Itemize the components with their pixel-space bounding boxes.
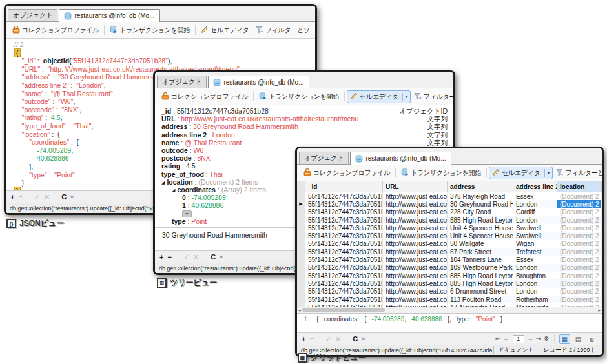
collection-profile-button[interactable]: コレクションプロファイル: [300, 167, 393, 179]
cell-editor-button[interactable]: セルエディタ: [198, 24, 252, 37]
grid-cell[interactable]: 376 Rayleigh Road: [448, 192, 513, 200]
row-selector-cell[interactable]: [297, 208, 305, 216]
collection-profile-button[interactable]: コレクションプロファイル: [9, 24, 102, 37]
stop-button[interactable]: ■: [70, 192, 74, 202]
commit-button[interactable]: ✓: [325, 334, 331, 344]
table-row[interactable]: ▶55f14312c7447c3da7051b28http://www.just…: [297, 200, 602, 208]
grid-cell[interactable]: 55f14312c7447c3da7051b2f: [305, 224, 383, 232]
grid-cell[interactable]: (Document) 2 Fields: [557, 264, 602, 272]
table-row[interactable]: 55f14312c7447c3da7051b2bhttp://www.just-…: [297, 296, 602, 303]
grid-cell[interactable]: London: [513, 216, 557, 224]
stop-button[interactable]: ■: [362, 334, 365, 344]
grid-cell[interactable]: 55f14312c7447c3da7051b2c: [305, 279, 383, 287]
row-selector-cell[interactable]: [297, 232, 305, 239]
code-view-button[interactable]: {}: [586, 334, 597, 344]
grid-cell[interactable]: London: [513, 279, 557, 287]
refresh-button[interactable]: C: [61, 192, 67, 202]
cancel-button[interactable]: ✕: [193, 252, 199, 262]
grid-cell[interactable]: 67 Park Street: [448, 248, 513, 256]
grid-cell[interactable]: London: [513, 264, 557, 272]
commit-button[interactable]: ✓: [183, 252, 189, 262]
grid-cell[interactable]: http://www.just-eat.co.uk/r: [383, 272, 448, 279]
grid-cell[interactable]: (Document) 2 Fields: [557, 288, 602, 296]
grid-cell[interactable]: 55f14312c7447c3da7051b30: [305, 232, 383, 239]
collection-profile-button[interactable]: コレクションプロファイル: [158, 90, 251, 103]
add-record-button[interactable]: +: [159, 252, 163, 262]
row-selector-cell[interactable]: [297, 248, 305, 256]
grid-cell[interactable]: 885 High Road Leytonstone: [448, 279, 513, 287]
grid-cell[interactable]: (Document) 2 Fields: [557, 224, 602, 232]
grid-cell[interactable]: 6 Drummond Street: [448, 288, 513, 296]
row-selector-cell[interactable]: [297, 224, 305, 232]
grid-cell[interactable]: http://www.just-eat.co.uk/r: [383, 232, 448, 239]
grid-cell[interactable]: http://www.just-eat.co.uk/r: [383, 208, 448, 216]
grid-cell[interactable]: 113 Poulton Road: [448, 296, 513, 303]
row-selector-cell[interactable]: [297, 256, 305, 263]
column-header-address-line-2[interactable]: address line 2: [513, 181, 557, 192]
grid-cell[interactable]: 55f14312c7447c3da7051b2d: [305, 288, 383, 296]
row-selector-cell[interactable]: [297, 240, 305, 248]
grid-cell[interactable]: Treforest: [513, 248, 557, 256]
refresh-button[interactable]: C: [211, 252, 216, 262]
cancel-button[interactable]: ✕: [44, 192, 50, 202]
settings-gear-icon[interactable]: ⚙: [544, 334, 550, 343]
add-record-button[interactable]: +: [10, 192, 14, 202]
grid-cell[interactable]: 30 Greyhound Road Hamm: [448, 200, 513, 208]
tab-object[interactable]: オブジェクト: [157, 76, 207, 88]
last-page-button[interactable]: ⇥: [536, 334, 541, 343]
grid-cell[interactable]: http://www.just-eat.co.uk/r: [383, 256, 448, 263]
row-selector-cell[interactable]: [297, 279, 305, 287]
prev-page-button[interactable]: ←: [504, 334, 510, 343]
grid-cell[interactable]: 104 Tanners Lane: [448, 256, 513, 263]
cancel-button[interactable]: ✕: [335, 334, 341, 344]
tree-row[interactable]: address line 2 : London文字列: [155, 131, 453, 139]
grid-cell[interactable]: (Document) 2 Fields: [557, 296, 602, 303]
grid-cell[interactable]: (Document) 2 Fields: [557, 256, 602, 263]
grid-cell[interactable]: 885 High Road Leytonstone: [448, 272, 513, 279]
cell-editor-button[interactable]: セルエディタ ▾: [347, 90, 411, 103]
grid-cell[interactable]: Cardiff: [513, 208, 557, 216]
grid-cell[interactable]: 55f14312c7447c3da7051b33: [305, 256, 383, 263]
grid-cell[interactable]: http://www.just-eat.co.uk/r: [383, 200, 448, 208]
grid-cell[interactable]: http://www.just-eat.co.uk/r: [383, 192, 448, 200]
grid-cell[interactable]: London: [513, 200, 557, 208]
row-selector-cell[interactable]: [297, 216, 305, 224]
row-selector-cell[interactable]: [297, 296, 305, 303]
table-row[interactable]: 55f14312c7447c3da7051b33http://www.just-…: [297, 256, 602, 263]
refresh-button[interactable]: C: [353, 334, 358, 344]
row-selector-cell[interactable]: ▶: [297, 200, 305, 208]
filter-sort-button[interactable]: フィルターとソート: [252, 24, 315, 37]
grid-cell[interactable]: 55f14312c7447c3da7051b2a: [305, 272, 383, 279]
grid-cell[interactable]: http://www.just-eat.co.uk/r: [383, 264, 448, 272]
grid-cell[interactable]: Wigan: [513, 240, 557, 248]
grid-cell[interactable]: (Document) 2 Fields: [557, 192, 602, 200]
add-field-button[interactable]: +: [172, 227, 181, 227]
delete-record-button[interactable]: −: [18, 192, 22, 202]
delete-record-button[interactable]: −: [309, 334, 313, 344]
grid-cell[interactable]: Unit 4 Spencer House: [448, 232, 513, 239]
grid-cell[interactable]: Swalwell: [513, 232, 557, 239]
tab-collection[interactable]: restaurants @info_db (Mo...: [350, 152, 451, 165]
grid-cell[interactable]: Essex: [513, 192, 557, 200]
tree-row[interactable]: URL : http://www.just-eat.co.uk/restaura…: [155, 115, 453, 123]
table-row[interactable]: 55f14312c7447c3da7051b2fhttp://www.just-…: [297, 224, 602, 232]
grid-cell[interactable]: 55f14312c7447c3da7051b26: [305, 208, 383, 216]
grid-cell[interactable]: Rotherham: [513, 296, 557, 303]
grid-cell[interactable]: 50 Wallgate: [448, 240, 513, 248]
delete-record-button[interactable]: −: [167, 252, 171, 262]
grid-cell[interactable]: http://www.just-eat.co.uk/r: [383, 248, 448, 256]
scroll-right-icon[interactable]: ▸: [598, 308, 601, 312]
table-row[interactable]: 55f14312c7447c3da7051b2dhttp://www.just-…: [297, 288, 602, 296]
grid-cell[interactable]: (Document) 2 Fields: [557, 272, 602, 279]
scroll-left-icon[interactable]: ◂: [298, 308, 301, 312]
grid-cell[interactable]: (Document) 2 Fields: [557, 208, 602, 216]
column-header-_id[interactable]: _id: [305, 181, 383, 192]
cell-editor-button[interactable]: セルエディタ ▾: [489, 167, 553, 179]
grid-cell[interactable]: (Document) 2 Fields: [557, 216, 602, 224]
grid-cell[interactable]: http://www.just-eat.co.uk/r: [383, 224, 448, 232]
grid-cell[interactable]: 109 Westbourne Park Road: [448, 264, 513, 272]
column-header-address[interactable]: address: [448, 181, 513, 192]
grid-cell[interactable]: 55f14312c7447c3da7051b32: [305, 240, 383, 248]
scrollbar-thumb[interactable]: [302, 308, 385, 312]
tab-object[interactable]: オブジェクト: [299, 152, 349, 164]
